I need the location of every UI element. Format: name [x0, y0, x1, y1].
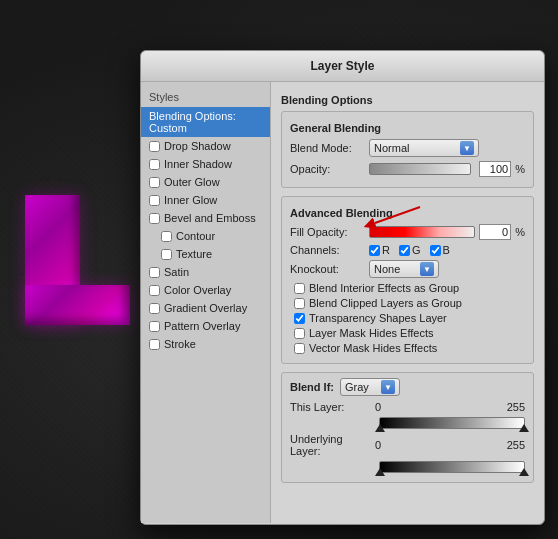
- opacity-pct: %: [515, 163, 525, 175]
- blending-options-title: Blending Options: [281, 94, 534, 106]
- sidebar-item-texture[interactable]: Texture: [141, 245, 270, 263]
- knockout-select[interactable]: None ▼: [369, 260, 439, 278]
- underlying-layer-thumb-left[interactable]: [375, 468, 385, 476]
- channel-r-checkbox[interactable]: [369, 245, 380, 256]
- blend-mode-row: Blend Mode: Normal ▼: [290, 139, 525, 157]
- gradient-overlay-checkbox[interactable]: [149, 303, 160, 314]
- underlying-layer-thumb-right[interactable]: [519, 468, 529, 476]
- sidebar-item-inner-glow-label: Inner Glow: [164, 194, 217, 206]
- blend-if-row: Blend If: Gray ▼: [290, 378, 525, 396]
- blend-clipped-label: Blend Clipped Layers as Group: [309, 297, 462, 309]
- red-arrow-indicator: [365, 205, 425, 227]
- sidebar-item-stroke[interactable]: Stroke: [141, 335, 270, 353]
- sidebar-item-gradient-overlay[interactable]: Gradient Overlay: [141, 299, 270, 317]
- channel-r-label: R: [382, 244, 390, 256]
- channels-label: Channels:: [290, 244, 365, 256]
- styles-label: Styles: [141, 87, 270, 107]
- blend-if-value: Gray: [345, 381, 369, 393]
- this-layer-values: 0 255: [375, 401, 525, 413]
- fill-opacity-row: Fill Opacity: 0 %: [290, 224, 525, 240]
- satin-checkbox[interactable]: [149, 267, 160, 278]
- channels-row: Channels: R G B: [290, 244, 525, 256]
- channel-b-checkbox[interactable]: [430, 245, 441, 256]
- outer-glow-checkbox[interactable]: [149, 177, 160, 188]
- sidebar: Styles Blending Options: Custom Drop Sha…: [141, 82, 271, 523]
- knockout-label: Knockout:: [290, 263, 365, 275]
- sidebar-item-stroke-label: Stroke: [164, 338, 196, 350]
- underlying-layer-min: 0: [375, 439, 381, 451]
- vector-mask-row: Vector Mask Hides Effects: [290, 342, 525, 354]
- blend-mode-value: Normal: [374, 142, 409, 154]
- opacity-slider[interactable]: [369, 163, 471, 175]
- sidebar-item-inner-shadow[interactable]: Inner Shadow: [141, 155, 270, 173]
- sidebar-item-blending-options-label: Blending Options: Custom: [149, 110, 262, 134]
- dialog-title: Layer Style: [141, 51, 544, 82]
- blend-if-section: Blend If: Gray ▼ This Layer: 0 255: [281, 372, 534, 483]
- general-blending-title: General Blending: [290, 122, 525, 134]
- channel-g-checkbox[interactable]: [399, 245, 410, 256]
- bevel-emboss-checkbox[interactable]: [149, 213, 160, 224]
- sidebar-item-drop-shadow-label: Drop Shadow: [164, 140, 231, 152]
- blend-mode-label: Blend Mode:: [290, 142, 365, 154]
- this-layer-slider-row: [290, 417, 525, 429]
- knockout-row: Knockout: None ▼: [290, 260, 525, 278]
- inner-glow-checkbox[interactable]: [149, 195, 160, 206]
- this-layer-min: 0: [375, 401, 381, 413]
- general-blending-section: General Blending Blend Mode: Normal ▼ Op…: [281, 111, 534, 188]
- sidebar-item-color-overlay[interactable]: Color Overlay: [141, 281, 270, 299]
- layer-mask-row: Layer Mask Hides Effects: [290, 327, 525, 339]
- underlying-layer-slider[interactable]: [379, 461, 525, 473]
- sidebar-item-inner-glow[interactable]: Inner Glow: [141, 191, 270, 209]
- sidebar-item-satin[interactable]: Satin: [141, 263, 270, 281]
- blend-mode-select[interactable]: Normal ▼: [369, 139, 479, 157]
- this-layer-section: This Layer: 0 255: [290, 401, 525, 429]
- fill-opacity-value[interactable]: 0: [479, 224, 511, 240]
- this-layer-max: 255: [507, 401, 525, 413]
- color-overlay-checkbox[interactable]: [149, 285, 160, 296]
- this-layer-slider[interactable]: [379, 417, 525, 429]
- underlying-layer-section: Underlying Layer: 0 255: [290, 433, 525, 473]
- sidebar-item-outer-glow-label: Outer Glow: [164, 176, 220, 188]
- svg-line-1: [375, 207, 420, 223]
- transparency-shapes-label: Transparency Shapes Layer: [309, 312, 447, 324]
- sidebar-item-bevel-emboss-label: Bevel and Emboss: [164, 212, 256, 224]
- this-layer-thumb-left[interactable]: [375, 424, 385, 432]
- layer-style-dialog: Layer Style Styles Blending Options: Cus…: [140, 50, 545, 525]
- opacity-value[interactable]: 100: [479, 161, 511, 177]
- pattern-overlay-checkbox[interactable]: [149, 321, 160, 332]
- inner-shadow-checkbox[interactable]: [149, 159, 160, 170]
- blend-if-select[interactable]: Gray ▼: [340, 378, 400, 396]
- layer-mask-checkbox[interactable]: [294, 328, 305, 339]
- contour-checkbox[interactable]: [161, 231, 172, 242]
- opacity-row: Opacity: 100 %: [290, 161, 525, 177]
- sidebar-item-pattern-overlay[interactable]: Pattern Overlay: [141, 317, 270, 335]
- sidebar-item-contour[interactable]: Contour: [141, 227, 270, 245]
- channel-b-label: B: [443, 244, 450, 256]
- texture-checkbox[interactable]: [161, 249, 172, 260]
- knockout-value: None: [374, 263, 400, 275]
- knockout-arrow: ▼: [420, 262, 434, 276]
- sidebar-item-texture-label: Texture: [176, 248, 212, 260]
- layer-mask-label: Layer Mask Hides Effects: [309, 327, 434, 339]
- blend-interior-label: Blend Interior Effects as Group: [309, 282, 459, 294]
- vector-mask-checkbox[interactable]: [294, 343, 305, 354]
- sidebar-item-bevel-emboss[interactable]: Bevel and Emboss: [141, 209, 270, 227]
- fill-opacity-slider[interactable]: [369, 226, 475, 238]
- blend-interior-checkbox[interactable]: [294, 283, 305, 294]
- this-layer-label: This Layer:: [290, 401, 375, 413]
- underlying-layer-label-row: Underlying Layer: 0 255: [290, 433, 525, 457]
- fill-opacity-pct: %: [515, 226, 525, 238]
- sidebar-item-drop-shadow[interactable]: Drop Shadow: [141, 137, 270, 155]
- this-layer-thumb-right[interactable]: [519, 424, 529, 432]
- drop-shadow-checkbox[interactable]: [149, 141, 160, 152]
- advanced-blending-section: Advanced Blending Fill Opacity:: [281, 196, 534, 364]
- blend-clipped-checkbox[interactable]: [294, 298, 305, 309]
- blend-interior-row: Blend Interior Effects as Group: [290, 282, 525, 294]
- channel-r-group: R: [369, 244, 390, 256]
- sidebar-item-blending-options[interactable]: Blending Options: Custom: [141, 107, 270, 137]
- sidebar-item-satin-label: Satin: [164, 266, 189, 278]
- sidebar-item-outer-glow[interactable]: Outer Glow: [141, 173, 270, 191]
- transparency-shapes-checkbox[interactable]: [294, 313, 305, 324]
- stroke-checkbox[interactable]: [149, 339, 160, 350]
- sidebar-item-inner-shadow-label: Inner Shadow: [164, 158, 232, 170]
